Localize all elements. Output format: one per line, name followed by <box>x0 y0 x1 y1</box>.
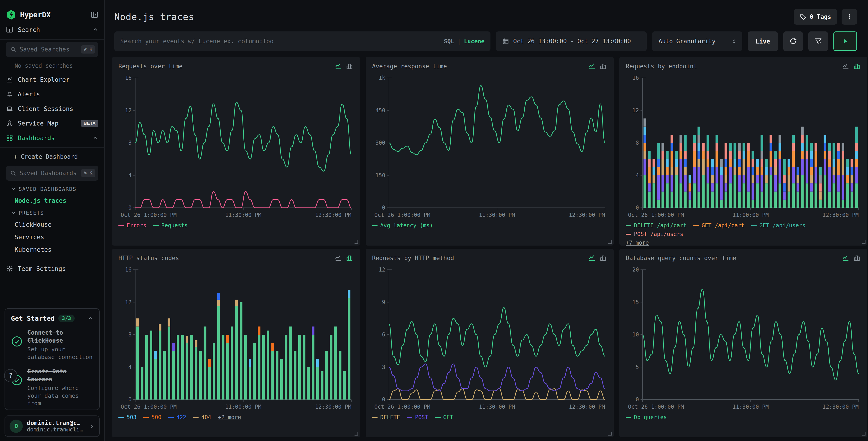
svg-text:300: 300 <box>375 140 385 146</box>
main-content: Node.js traces 0 Tags SQL | Lucene <box>105 0 868 441</box>
saved-searches-input[interactable]: Saved Searches ⌘ K <box>6 42 98 57</box>
chart-canvas[interactable]: 0481216Oct 26 1:00:00 PM11:00:00 PM12:30… <box>626 74 861 220</box>
table-icon <box>6 26 13 33</box>
legend-item[interactable]: POST /api/users <box>626 231 683 237</box>
preset-item-clickhouse[interactable]: ClickHouse <box>0 218 104 231</box>
sidebar-item-service-map[interactable]: Service Map BETA <box>0 116 104 130</box>
bar-chart-icon[interactable] <box>599 62 607 70</box>
resize-handle[interactable] <box>354 432 358 436</box>
chart-canvas[interactable]: 05101520Oct 26 1:00:00 PM11:30:00 PM12:3… <box>626 266 861 412</box>
line-chart-icon[interactable] <box>842 62 849 70</box>
bar-chart-icon[interactable] <box>853 62 861 70</box>
presets-group[interactable]: PRESETS <box>0 207 104 218</box>
legend-item[interactable]: GET /api/cart <box>693 222 744 229</box>
sidebar-item-client-sessions[interactable]: Client Sessions <box>0 101 104 116</box>
avatar: D <box>9 419 23 433</box>
get-started-item[interactable]: Connect to ClickHouse Set up your databa… <box>11 329 93 361</box>
line-chart-icon[interactable] <box>335 62 342 70</box>
lucene-toggle[interactable]: Lucene <box>464 38 485 45</box>
svg-text:12: 12 <box>125 299 132 305</box>
saved-dashboards-group[interactable]: SAVED DASHBOARDS <box>0 183 104 194</box>
panel-title: Database query counts over time <box>626 255 736 262</box>
resize-handle[interactable] <box>354 240 358 244</box>
live-button[interactable]: Live <box>748 31 778 51</box>
chart-legend: Db queries <box>626 414 861 420</box>
svg-text:5: 5 <box>636 364 639 371</box>
legend-item[interactable]: 404 <box>193 414 211 420</box>
dashboard-item-nodejs-traces[interactable]: Node.js traces <box>0 194 104 207</box>
svg-text:20: 20 <box>632 266 639 273</box>
date-range-picker[interactable]: Oct 26 13:00:00 - Oct 27 13:00:00 <box>496 31 647 51</box>
saved-searches-placeholder: Saved Searches <box>20 46 78 53</box>
bar-chart-icon[interactable] <box>853 254 861 262</box>
get-started-item-desc: Set up your database connection <box>27 346 93 361</box>
sidebar-collapse-icon[interactable] <box>91 11 98 19</box>
svg-text:12:30:00 PM: 12:30:00 PM <box>315 404 351 410</box>
legend-item[interactable]: POST <box>407 414 428 420</box>
bar-chart-icon[interactable] <box>346 254 353 262</box>
chart-canvas[interactable]: 0481216Oct 26 1:00:00 PM11:00:00 PM12:30… <box>118 266 353 412</box>
line-chart-icon[interactable] <box>588 254 596 262</box>
line-chart-icon[interactable] <box>335 254 342 262</box>
user-menu[interactable]: D dominic.tran@c… dominic.tran@cli… <box>5 415 100 437</box>
run-query-button[interactable] <box>833 31 857 51</box>
preset-item-kubernetes[interactable]: Kubernetes <box>0 243 104 256</box>
sidebar-item-dashboards[interactable]: Dashboards <box>0 130 104 145</box>
sidebar-item-team-settings[interactable]: Team Settings <box>0 261 104 276</box>
line-chart-icon[interactable] <box>588 62 596 70</box>
saved-dashboards-input[interactable]: Saved Dashboards ⌘ K <box>6 166 98 181</box>
legend-item[interactable]: DELETE <box>372 414 400 420</box>
granularity-value: Auto Granularity <box>658 38 715 45</box>
tags-button[interactable]: 0 Tags <box>794 9 837 25</box>
sql-toggle[interactable]: SQL <box>444 38 454 45</box>
filter-button[interactable] <box>808 31 828 51</box>
more-options-button[interactable] <box>842 9 857 25</box>
event-search-input[interactable] <box>120 38 444 45</box>
svg-text:4: 4 <box>128 172 132 179</box>
legend-item[interactable]: Avg latency (ms) <box>372 222 433 229</box>
chart-canvas[interactable]: 036912Oct 26 1:00:00 PM11:30:00 PM12:30:… <box>372 266 607 412</box>
resize-handle[interactable] <box>608 432 612 436</box>
resize-handle[interactable] <box>862 240 866 244</box>
legend-item[interactable]: 500 <box>143 414 161 420</box>
help-button[interactable]: ? <box>4 369 17 382</box>
resize-handle[interactable] <box>862 432 866 436</box>
legend-item[interactable]: Db queries <box>626 414 667 420</box>
legend-item[interactable]: GET <box>435 414 453 420</box>
bar-chart-icon[interactable] <box>599 254 607 262</box>
beta-badge: BETA <box>81 120 98 127</box>
filter-bar: SQL | Lucene Oct 26 13:00:00 - Oct 27 13… <box>105 26 868 56</box>
sidebar-item-alerts[interactable]: Alerts <box>0 87 104 101</box>
bar-chart-icon[interactable] <box>346 62 353 70</box>
chart-panel: Requests by HTTP method 036912Oct 26 1:0… <box>366 249 614 437</box>
chart-canvas[interactable]: 01503004501kOct 26 1:00:00 PM11:30:00 PM… <box>372 74 607 220</box>
refresh-button[interactable] <box>783 31 803 51</box>
sidebar-item-chart-explorer[interactable]: Chart Explorer <box>0 72 104 87</box>
sidebar-item-label: Service Map <box>18 120 76 127</box>
chevron-up-icon <box>92 135 98 141</box>
legend-item[interactable]: GET /api/users <box>751 222 805 229</box>
chart-canvas[interactable]: 0481216Oct 26 1:00:00 PM11:30:00 PM12:30… <box>118 74 353 220</box>
legend-item[interactable]: Requests <box>153 222 188 229</box>
get-started-item[interactable]: Create Data Sources Configure where your… <box>11 368 93 407</box>
legend-item[interactable]: Errors <box>118 222 147 229</box>
chart-panel: Database query counts over time 05101520… <box>619 249 867 437</box>
legend-item[interactable]: 422 <box>168 414 186 420</box>
sidebar-item-search[interactable]: Search <box>0 22 104 37</box>
legend-more-link[interactable]: +7 more <box>626 240 861 246</box>
svg-text:11:30:00 PM: 11:30:00 PM <box>733 404 769 410</box>
create-dashboard-button[interactable]: + Create Dashboard <box>0 150 104 163</box>
legend-item[interactable]: DELETE /api/cart <box>626 222 686 229</box>
legend-more-link[interactable]: +2 more <box>218 414 241 420</box>
svg-text:3: 3 <box>382 364 385 371</box>
preset-item-services[interactable]: Services <box>0 231 104 243</box>
event-search-box[interactable]: SQL | Lucene <box>114 31 491 51</box>
live-button-label: Live <box>755 38 770 45</box>
saved-dashboards-placeholder: Saved Dashboards <box>20 170 78 177</box>
calendar-icon <box>502 38 509 45</box>
granularity-select[interactable]: Auto Granularity <box>652 31 742 51</box>
resize-handle[interactable] <box>608 240 612 244</box>
legend-item[interactable]: 503 <box>118 414 136 420</box>
line-chart-icon[interactable] <box>842 254 849 262</box>
chevron-up-icon[interactable] <box>87 316 93 321</box>
